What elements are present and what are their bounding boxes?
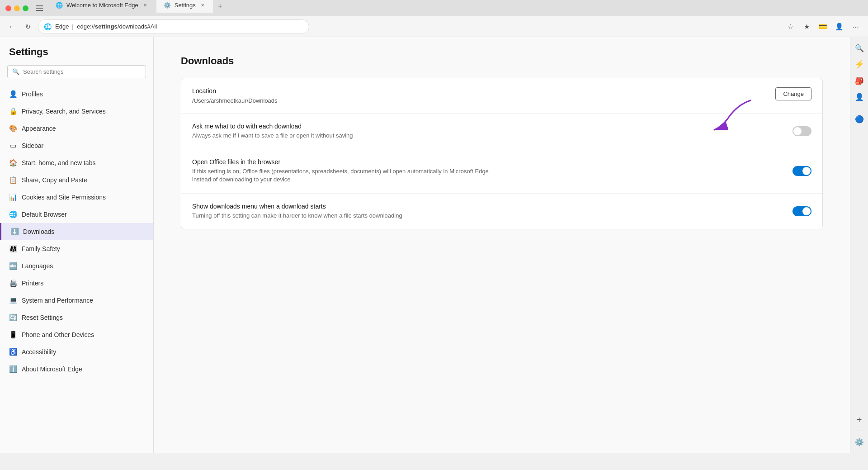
address-bar[interactable]: 🌐 Edge | edge://settings/downloads#All [38, 19, 309, 34]
cookies-icon: 📊 [9, 193, 17, 201]
printers-icon: 🖨️ [9, 279, 17, 287]
close-window-button[interactable] [5, 5, 11, 11]
change-location-button[interactable]: Change [775, 87, 811, 100]
nav-item-system[interactable]: 💻 System and Performance [0, 292, 153, 309]
maximize-window-button[interactable] [23, 5, 28, 11]
minimize-window-button[interactable] [14, 5, 20, 11]
collections-sidebar-button[interactable]: 🎒 [852, 73, 867, 88]
privacy-icon: 🔒 [9, 107, 17, 115]
ask-download-row: Ask me what to do with each download Alw… [181, 114, 822, 149]
favorites-bar-toggle[interactable]: ☆ [783, 19, 797, 34]
tab-welcome-close[interactable]: ✕ [142, 2, 148, 8]
browser-content: Settings 🔍 👤 Profiles 🔒 Privacy, Search,… [0, 37, 868, 453]
ask-download-toggle[interactable] [793, 126, 811, 136]
right-sidebar-separator-2 [854, 431, 865, 431]
location-row: Location /Users/arshmeetkaur/Downloads C… [181, 78, 822, 114]
open-office-content: Open Office files in the browser If this… [192, 158, 793, 184]
edge-icon: 🌐 [44, 23, 52, 30]
nav-label-appearance: Appearance [22, 125, 56, 132]
nav-label-accessibility: Accessibility [22, 348, 56, 356]
add-sidebar-button[interactable]: + [852, 413, 867, 427]
tab-settings-icon: ⚙️ [164, 2, 171, 9]
nav-label-downloads: Downloads [23, 228, 54, 235]
show-downloads-content: Show downloads menu when a download star… [192, 203, 793, 220]
nav-item-default-browser[interactable]: 🌐 Default Browser [0, 206, 153, 223]
nav-item-privacy[interactable]: 🔒 Privacy, Search, and Services [0, 103, 153, 120]
nav-label-profiles: Profiles [22, 90, 43, 98]
system-icon: 💻 [9, 296, 17, 304]
settings-sidebar: Settings 🔍 👤 Profiles 🔒 Privacy, Search,… [0, 37, 154, 453]
location-title: Location [192, 87, 775, 95]
nav-label-languages: Languages [22, 262, 53, 270]
copilot-sidebar-button[interactable]: ⚡ [852, 57, 867, 71]
collections-button[interactable]: ★ [799, 19, 814, 34]
nav-item-start-home[interactable]: 🏠 Start, home, and new tabs [0, 154, 153, 171]
back-button[interactable]: ← [5, 20, 18, 33]
settings-sidebar-button[interactable]: ⚙️ [852, 435, 867, 449]
reload-button[interactable]: ↻ [22, 20, 34, 33]
nav-label-sidebar: Sidebar [22, 142, 43, 149]
tab-welcome[interactable]: 🌐 Welcome to Microsoft Edge ✕ [48, 0, 156, 13]
nav-item-family-safety[interactable]: 👨‍👩‍👧 Family Safety [0, 240, 153, 257]
nav-item-sidebar[interactable]: ▭ Sidebar [0, 137, 153, 154]
new-tab-button[interactable]: + [214, 0, 226, 13]
right-sidebar-separator [854, 108, 865, 108]
show-downloads-toggle[interactable] [793, 206, 811, 216]
settings-title: Settings [0, 46, 153, 65]
nav-label-privacy: Privacy, Search, and Services [22, 108, 106, 115]
start-home-icon: 🏠 [9, 159, 17, 167]
nav-label-printers: Printers [22, 280, 43, 287]
profiles-icon: 👤 [9, 90, 17, 98]
nav-item-about[interactable]: ℹ️ About Microsoft Edge [0, 361, 153, 378]
open-office-desc: If this setting is on, Office files (pre… [192, 167, 509, 184]
tab-settings-close[interactable]: ✕ [199, 2, 206, 8]
page-title: Downloads [181, 55, 823, 67]
sidebar-toggle-button[interactable] [36, 4, 45, 13]
nav-item-accessibility[interactable]: ♿ Accessibility [0, 343, 153, 361]
search-sidebar-button[interactable]: 🔍 [852, 41, 867, 55]
nav-label-start-home: Start, home, and new tabs [22, 159, 95, 166]
nav-item-languages[interactable]: 🔤 Languages [0, 257, 153, 275]
share-copy-icon: 📋 [9, 176, 17, 184]
nav-item-cookies[interactable]: 📊 Cookies and Site Permissions [0, 189, 153, 206]
phone-devices-icon: 📱 [9, 331, 17, 339]
nav-item-appearance[interactable]: 🎨 Appearance [0, 120, 153, 137]
nav-label-system: System and Performance [22, 297, 93, 304]
wallet-button[interactable]: 💳 [816, 19, 830, 34]
nav-label-cookies: Cookies and Site Permissions [22, 194, 106, 201]
sidebar-icon: ▭ [9, 142, 17, 150]
search-input[interactable] [23, 68, 141, 75]
nav-item-reset[interactable]: 🔄 Reset Settings [0, 309, 153, 326]
traffic-lights [5, 5, 28, 11]
nav-label-reset: Reset Settings [22, 314, 63, 321]
nav-item-phone-devices[interactable]: 📱 Phone and Other Devices [0, 326, 153, 343]
show-downloads-row: Show downloads menu when a download star… [181, 194, 822, 229]
reset-icon: 🔄 [9, 313, 17, 322]
tab-settings-label: Settings [175, 2, 196, 9]
languages-icon: 🔤 [9, 262, 17, 270]
search-icon: 🔍 [12, 68, 19, 75]
extensions-sidebar-button[interactable]: 🔵 [852, 112, 867, 126]
tab-settings[interactable]: ⚙️ Settings ✕ [156, 0, 213, 13]
show-downloads-desc: Turning off this setting can make it har… [192, 212, 509, 220]
search-box[interactable]: 🔍 [7, 65, 146, 78]
ask-download-desc: Always ask me if I want to save a file o… [192, 132, 509, 140]
family-safety-icon: 👨‍👩‍👧 [9, 245, 17, 253]
nav-item-profiles[interactable]: 👤 Profiles [0, 85, 153, 103]
nav-item-downloads[interactable]: ⬇️ Downloads [0, 223, 153, 240]
browser-toolbar: ← ↻ 🌐 Edge | edge://settings/downloads#A… [0, 16, 868, 37]
ask-download-title: Ask me what to do with each download [192, 123, 793, 130]
open-office-toggle[interactable] [793, 166, 811, 176]
nav-item-share-copy[interactable]: 📋 Share, Copy and Paste [0, 171, 153, 189]
appearance-icon: 🎨 [9, 124, 17, 133]
profile-sidebar-button[interactable]: 👤 [852, 90, 867, 104]
show-downloads-title: Show downloads menu when a download star… [192, 203, 793, 210]
tab-welcome-label: Welcome to Microsoft Edge [66, 2, 138, 9]
location-path: /Users/arshmeetkaur/Downloads [192, 97, 775, 104]
nav-item-printers[interactable]: 🖨️ Printers [0, 275, 153, 292]
settings-more-button[interactable]: ⋯ [848, 19, 863, 34]
ask-download-content: Ask me what to do with each download Alw… [192, 123, 793, 140]
profile-button[interactable]: 👤 [832, 19, 846, 34]
open-office-title: Open Office files in the browser [192, 158, 793, 166]
downloads-icon: ⬇️ [10, 228, 19, 236]
